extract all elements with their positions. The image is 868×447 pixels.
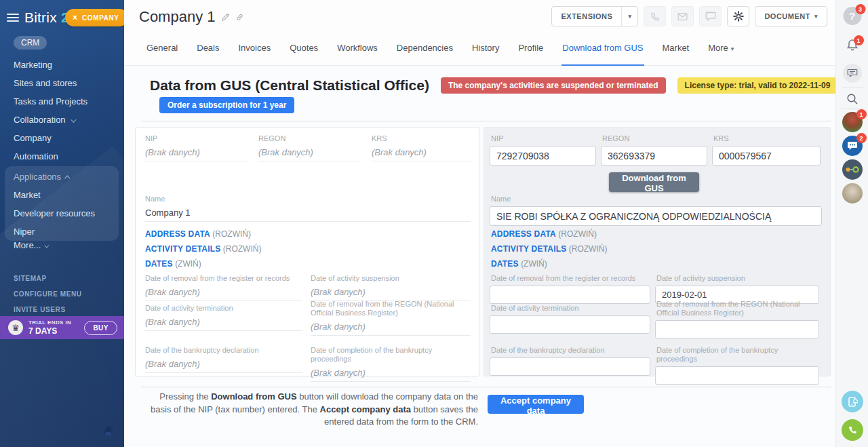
tab-history[interactable]: History bbox=[471, 41, 500, 66]
tab-more[interactable]: More▾ bbox=[707, 41, 734, 66]
invite-users-link[interactable]: INVITE USERS bbox=[14, 302, 82, 317]
order-subscription-button[interactable]: Order a subscription for 1 year bbox=[159, 97, 294, 113]
edit-title-icon[interactable] bbox=[221, 13, 230, 22]
date-bankruptcy-declaration-label: Date of the bankruptcy declaration bbox=[491, 346, 650, 355]
tab-general[interactable]: General bbox=[146, 41, 178, 66]
applications-section: Applications Market Developer resources … bbox=[5, 166, 119, 241]
chevron-down-icon: ▾ bbox=[628, 13, 631, 20]
date-termination-label: Date of activity termination bbox=[145, 304, 302, 313]
gus-date-bankruptcy-declaration-input[interactable] bbox=[490, 357, 650, 376]
download-from-gus-button[interactable]: Download from GUS bbox=[609, 172, 699, 192]
crm-date-removal-register: (Brak danych) bbox=[145, 286, 302, 301]
date-suspension-label: Date of activity suspension bbox=[656, 274, 819, 283]
chat-button[interactable] bbox=[699, 6, 722, 26]
sidebar-item-niper[interactable]: Niper bbox=[5, 222, 119, 241]
sidebar-item-automation[interactable]: Automation bbox=[0, 147, 124, 166]
mobile-app-button[interactable] bbox=[842, 391, 863, 412]
activity-details-toggle[interactable]: ACTIVITY DETAILS (ROZWIŃ) bbox=[491, 244, 607, 254]
crm-krs-value: (Brak danych) bbox=[372, 146, 473, 161]
crm-date-termination: (Brak danych) bbox=[145, 315, 302, 331]
crm-date-removal-regon: (Brak danych) bbox=[311, 320, 471, 336]
sidebar-item-developer-resources[interactable]: Developer resources bbox=[5, 204, 119, 222]
tab-deals[interactable]: Deals bbox=[196, 41, 220, 66]
avatar-notification-badge: 1 bbox=[856, 109, 867, 119]
printer-icon[interactable] bbox=[103, 426, 114, 439]
chevron-down-icon bbox=[71, 117, 76, 122]
configure-menu-link[interactable]: CONFIGURE MENU bbox=[14, 286, 82, 302]
hamburger-menu-icon[interactable] bbox=[7, 14, 19, 22]
trial-ends-label: TRIAL ENDS IN bbox=[28, 319, 71, 326]
chevron-down-icon bbox=[45, 244, 50, 248]
email-button[interactable] bbox=[671, 6, 694, 26]
sidebar-item-more[interactable]: More... bbox=[14, 240, 47, 250]
sidebar-item-marketing[interactable]: Marketing bbox=[0, 56, 124, 74]
gus-date-removal-register-input[interactable] bbox=[490, 286, 650, 304]
sidebar-item-company[interactable]: Company bbox=[0, 129, 124, 147]
user-avatar-2[interactable] bbox=[842, 183, 863, 203]
regon-label: REGON bbox=[258, 134, 360, 143]
user-avatar[interactable]: 1 bbox=[842, 112, 863, 132]
krs-label: KRS bbox=[372, 134, 473, 143]
call-button[interactable] bbox=[644, 6, 666, 26]
extensions-button[interactable]: EXTENSIONS ▾ bbox=[551, 6, 638, 26]
crm-data-panel: NIP(Brak danych) REGON(Brak danych) KRS(… bbox=[135, 127, 479, 376]
gus-krs-input[interactable] bbox=[712, 146, 821, 166]
crown-icon: ♛ bbox=[8, 320, 23, 335]
sidebar-item-sites-stores[interactable]: Sites and stores bbox=[0, 74, 124, 92]
crm-date-suspension: (Brak danych) bbox=[311, 286, 471, 301]
chat-history-button[interactable] bbox=[843, 64, 862, 83]
close-icon[interactable]: × bbox=[73, 14, 77, 22]
date-suspension-label: Date of activity suspension bbox=[311, 274, 471, 283]
tab-quotes[interactable]: Quotes bbox=[289, 41, 319, 66]
copy-link-icon[interactable] bbox=[235, 13, 244, 22]
integrations-button[interactable] bbox=[842, 159, 863, 180]
name-label: Name bbox=[491, 195, 822, 203]
crm-nip-value: (Brak danych) bbox=[145, 146, 247, 161]
group-chat-button[interactable]: 2 bbox=[842, 136, 863, 156]
date-removal-register-label: Date of removal from the register or rec… bbox=[491, 274, 650, 283]
tab-dependencies[interactable]: Dependencies bbox=[396, 41, 454, 66]
nip-label: NIP bbox=[145, 134, 247, 143]
company-entity-badge[interactable]: × COMPANY bbox=[65, 9, 124, 26]
gus-name-input[interactable] bbox=[490, 206, 822, 226]
date-bankruptcy-completion-label: Date of completion of the bankruptcy pro… bbox=[311, 346, 471, 364]
sidebar-item-tasks-projects[interactable]: Tasks and Projects bbox=[0, 92, 124, 111]
activity-details-toggle[interactable]: ACTIVITY DETAILS (ROZWIŃ) bbox=[145, 244, 261, 254]
buy-button[interactable]: BUY bbox=[84, 321, 117, 335]
sidebar-item-applications[interactable]: Applications bbox=[5, 168, 119, 186]
telephony-button[interactable] bbox=[842, 419, 863, 441]
search-button[interactable] bbox=[846, 92, 859, 109]
date-bankruptcy-completion-label: Date of completion of the bankruptcy pro… bbox=[656, 346, 819, 364]
accept-company-data-button[interactable]: Accept company data bbox=[488, 395, 584, 414]
document-button[interactable]: DOCUMENT▾ bbox=[755, 6, 827, 26]
gus-nip-input[interactable] bbox=[490, 146, 596, 166]
gus-regon-input[interactable] bbox=[601, 146, 707, 166]
device-cloud-icon bbox=[842, 391, 863, 412]
notifications-button[interactable]: 1 bbox=[845, 38, 860, 56]
dates-toggle[interactable]: DATES (ZWIŃ) bbox=[491, 259, 547, 269]
divider bbox=[141, 387, 831, 387]
tab-profile[interactable]: Profile bbox=[517, 41, 544, 66]
sidebar-item-collaboration[interactable]: Collaboration bbox=[0, 111, 124, 129]
gus-date-removal-regon-input[interactable] bbox=[655, 320, 819, 338]
trial-banner[interactable]: ♛ TRIAL ENDS IN 7 DAYS BUY bbox=[0, 316, 124, 339]
suspended-status-badge: The company's activities are suspended o… bbox=[441, 77, 666, 94]
tab-market[interactable]: Market bbox=[662, 41, 690, 66]
gus-date-termination-input[interactable] bbox=[490, 315, 650, 334]
sidebar-item-market[interactable]: Market bbox=[5, 186, 119, 204]
dates-toggle[interactable]: DATES (ZWIŃ) bbox=[145, 259, 201, 269]
regon-label: REGON bbox=[602, 134, 707, 143]
address-data-toggle[interactable]: ADDRESS DATA (ROZWIŃ) bbox=[145, 229, 251, 239]
extensions-dropdown-arrow[interactable]: ▾ bbox=[621, 7, 637, 26]
sitemap-link[interactable]: SITEMAP bbox=[14, 271, 82, 286]
crm-name-value: Company 1 bbox=[145, 206, 471, 222]
tab-workflows[interactable]: Workflows bbox=[336, 41, 378, 66]
gus-date-bankruptcy-completion-input[interactable] bbox=[655, 366, 819, 385]
license-badge: License type: trial, valid to 2022-11-09 bbox=[677, 77, 838, 94]
sidebar-item-crm[interactable]: CRM bbox=[14, 36, 47, 50]
settings-gear-button[interactable] bbox=[727, 6, 749, 26]
address-data-toggle[interactable]: ADDRESS DATA (ROZWIŃ) bbox=[491, 229, 597, 239]
help-button[interactable]: ? 3 bbox=[843, 7, 861, 25]
tab-download-from-gus[interactable]: Download from GUS bbox=[561, 41, 644, 66]
tab-invoices[interactable]: Invoices bbox=[238, 41, 272, 66]
